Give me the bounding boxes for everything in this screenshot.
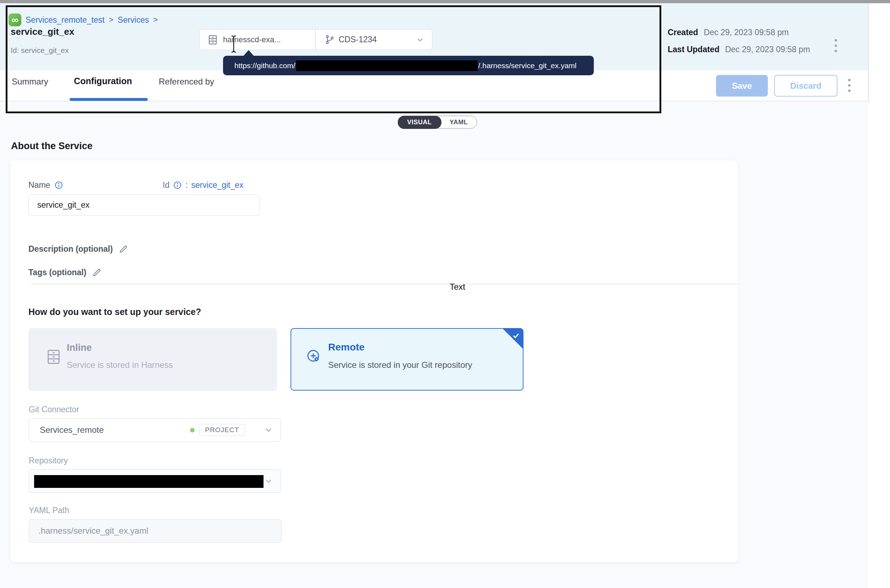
edit-pencil-icon[interactable]	[119, 244, 128, 254]
name-label: Name	[29, 180, 50, 190]
id-colon: :	[185, 180, 188, 190]
setup-question-heading: How do you want to set up your service?	[29, 307, 201, 317]
remote-option-card[interactable]: Remote Service is stored in your Git rep…	[291, 328, 524, 391]
about-service-card: Name Id : service_git_ex service_git_ex …	[11, 160, 738, 562]
branch-segment[interactable]: CDS-1234	[316, 35, 432, 44]
discard-button[interactable]: Discard	[774, 75, 837, 97]
section-heading-about: About the Service	[11, 141, 93, 152]
repository-label: Repository	[29, 456, 68, 465]
name-input[interactable]: service_git_ex	[29, 195, 260, 216]
yaml-path-label: YAML Path	[29, 506, 69, 515]
harness-cd-logo-icon: ∞	[9, 14, 21, 26]
scope-badge: PROJECT	[199, 424, 245, 436]
breadcrumb-separator: >	[109, 15, 113, 24]
save-button[interactable]: Save	[716, 75, 768, 97]
inline-option-card[interactable]: Inline Service is stored in Harness	[29, 328, 277, 391]
description-label: Description (optional)	[29, 244, 113, 254]
edit-pencil-icon[interactable]	[92, 268, 102, 277]
page-title: service_git_ex	[11, 26, 74, 37]
last-updated-value: Dec 29, 2023 09:58 pm	[725, 45, 810, 54]
git-branch-icon	[325, 35, 335, 44]
toolbar-more-options-kebab-icon[interactable]	[848, 79, 851, 92]
toggle-yaml[interactable]: YAML	[441, 116, 477, 128]
info-icon[interactable]	[54, 181, 63, 190]
repository-drawer-icon	[207, 34, 218, 45]
id-value-link[interactable]: service_git_ex	[191, 180, 244, 190]
tooltip-url-prefix: https://github.com/	[234, 62, 296, 70]
inline-option-subtitle: Service is stored in Harness	[67, 360, 173, 370]
connector-status-dot	[190, 428, 195, 432]
git-connector-label: Git Connector	[29, 405, 79, 414]
id-row: Id : service_git_ex	[163, 180, 244, 190]
remote-option-subtitle: Service is stored in your Git repository	[328, 360, 472, 370]
remote-git-icon	[305, 348, 323, 365]
info-icon[interactable]	[173, 181, 182, 190]
created-meta: Created Dec 29, 2023 09:58 pm	[668, 28, 789, 37]
inline-option-title: Inline	[67, 342, 92, 353]
tab-summary[interactable]: Summary	[12, 77, 48, 87]
remote-option-title: Remote	[328, 342, 365, 353]
tooltip-arrow	[243, 50, 254, 57]
window-top-strip	[0, 0, 890, 3]
id-label: Id	[163, 180, 170, 190]
branch-name: CDS-1234	[339, 35, 377, 44]
breadcrumb-project-link[interactable]: Services_remote_test	[26, 15, 104, 25]
git-connector-select[interactable]: Services_remote PROJECT	[29, 418, 281, 442]
page-right-divider	[868, 3, 869, 102]
chevron-down-icon[interactable]	[264, 476, 273, 486]
card-divider	[31, 284, 737, 284]
repository-segment[interactable]: harnesscd-exa...	[200, 34, 315, 45]
tooltip-url-suffix: /.harness/service_git_ex.yaml	[479, 62, 577, 70]
breadcrumb-services-link[interactable]: Services	[117, 15, 149, 25]
yaml-path-input[interactable]: .harness/service_git_ex.yaml	[29, 519, 282, 543]
created-value: Dec 29, 2023 09:58 pm	[704, 28, 789, 37]
description-row: Description (optional)	[29, 244, 128, 254]
stray-text-label: Text	[450, 282, 465, 292]
text-cursor-icon	[230, 35, 238, 53]
tags-row: Tags (optional)	[29, 268, 102, 277]
chevron-down-icon[interactable]	[416, 35, 425, 44]
repository-select[interactable]	[29, 470, 281, 493]
file-url-tooltip: https://github.com/ /.harness/service_gi…	[223, 56, 594, 75]
header-more-options-kebab-icon[interactable]	[834, 39, 837, 52]
name-label-row: Name	[29, 180, 63, 190]
active-tab-underline	[70, 98, 148, 101]
created-label: Created	[668, 28, 698, 37]
breadcrumb: ∞ Services_remote_test > Services >	[9, 14, 158, 26]
check-icon	[512, 331, 520, 340]
last-updated-meta: Last Updated Dec 29, 2023 09:58 pm	[668, 45, 810, 54]
visual-yaml-toggle: VISUAL YAML	[398, 116, 477, 129]
redacted-url-block	[296, 60, 478, 71]
redacted-repository-value	[34, 475, 264, 488]
git-connector-value: Services_remote	[29, 425, 104, 435]
tab-configuration[interactable]: Configuration	[74, 76, 132, 86]
chevron-down-icon[interactable]	[264, 425, 273, 435]
inline-storage-drawer-icon	[45, 349, 62, 365]
breadcrumb-separator: >	[153, 15, 158, 24]
last-updated-label: Last Updated	[668, 45, 719, 54]
service-id-text: Id: service_git_ex	[11, 46, 69, 55]
toggle-visual[interactable]: VISUAL	[398, 116, 441, 129]
tags-label: Tags (optional)	[29, 268, 86, 277]
tab-referenced-by[interactable]: Referenced by	[159, 77, 214, 87]
